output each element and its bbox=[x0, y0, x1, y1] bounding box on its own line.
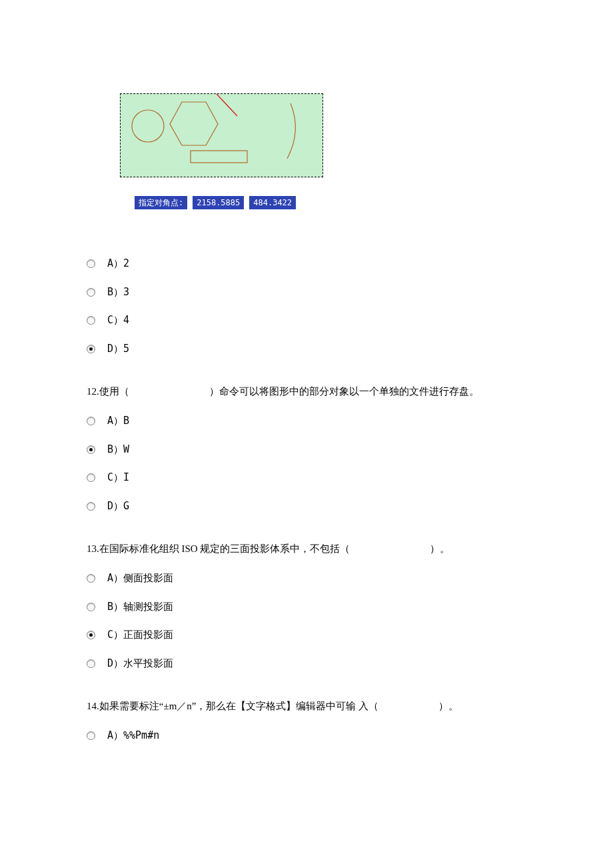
option-text: B）3 bbox=[107, 285, 129, 300]
question-12-text: 12.使用（）命令可以将图形中的部分对象以一个单独的文件进行存盘。 bbox=[87, 381, 526, 401]
option-row[interactable]: A）B bbox=[87, 407, 526, 435]
option-text: A）侧面投影面 bbox=[107, 571, 173, 586]
question-prefix: 14.如果需要标注“±m／n”，那么在【文字格式】编辑器中可输 入（ bbox=[87, 701, 378, 711]
radio-icon-selected[interactable] bbox=[87, 631, 95, 639]
radio-icon-selected[interactable] bbox=[87, 445, 95, 454]
question-suffix: ）。 bbox=[430, 543, 450, 554]
cad-shapes-svg bbox=[121, 94, 324, 178]
option-text: C）正面投影面 bbox=[107, 627, 173, 643]
question-11-options: A）2 B）3 C）4 D）5 bbox=[87, 249, 526, 363]
radio-icon[interactable] bbox=[87, 574, 95, 583]
radio-icon[interactable] bbox=[87, 316, 95, 325]
radio-icon[interactable] bbox=[87, 502, 95, 511]
option-text: D）水平投影面 bbox=[107, 656, 173, 671]
option-row[interactable]: D）水平投影面 bbox=[87, 649, 526, 678]
cmd-label: 指定对角点: bbox=[135, 196, 187, 209]
radio-icon[interactable] bbox=[87, 603, 95, 611]
cad-selection-box bbox=[120, 93, 323, 177]
cmd-coord-x: 2158.5885 bbox=[193, 196, 244, 209]
option-row[interactable]: C）正面投影面 bbox=[87, 621, 526, 649]
option-text: C）4 bbox=[107, 313, 129, 328]
arc-shape bbox=[287, 103, 295, 159]
option-row[interactable]: C）I bbox=[87, 463, 526, 492]
question-prefix: 12.使用（ bbox=[87, 386, 129, 397]
option-row[interactable]: A）2 bbox=[87, 249, 526, 278]
option-text: D）G bbox=[107, 499, 129, 514]
rectangle-shape bbox=[191, 151, 247, 163]
circle-shape bbox=[132, 110, 164, 142]
option-text: C）I bbox=[107, 470, 129, 485]
option-text: A）2 bbox=[107, 256, 129, 271]
radio-icon[interactable] bbox=[87, 259, 95, 268]
option-row[interactable]: A）侧面投影面 bbox=[87, 564, 526, 593]
question-prefix: 13.在国际标准化组织 ISO 规定的三面投影体系中，不包括（ bbox=[87, 543, 350, 554]
radio-icon[interactable] bbox=[87, 659, 95, 668]
option-row[interactable]: A）%%Pm#n bbox=[87, 721, 526, 750]
cmd-coord-y: 484.3422 bbox=[249, 196, 296, 209]
option-text: A）B bbox=[107, 413, 129, 429]
cad-figure: 指定对角点: 2158.5885 484.3422 bbox=[87, 93, 526, 209]
question-13-options: A）侧面投影面 B）轴测投影面 C）正面投影面 D）水平投影面 bbox=[87, 564, 526, 677]
option-text: D）5 bbox=[107, 341, 129, 357]
option-text: B）轴测投影面 bbox=[107, 599, 173, 615]
question-14-options: A）%%Pm#n bbox=[87, 721, 526, 750]
option-row[interactable]: C）4 bbox=[87, 306, 526, 335]
option-row[interactable]: D）G bbox=[87, 492, 526, 521]
option-text: B）W bbox=[107, 442, 129, 457]
radio-icon-selected[interactable] bbox=[87, 345, 95, 353]
question-suffix: ）。 bbox=[438, 701, 458, 711]
radio-icon[interactable] bbox=[87, 288, 95, 297]
option-row[interactable]: B）3 bbox=[87, 278, 526, 307]
option-row[interactable]: B）W bbox=[87, 435, 526, 464]
question-13-text: 13.在国际标准化组织 ISO 规定的三面投影体系中，不包括（）。 bbox=[87, 539, 526, 559]
radio-icon[interactable] bbox=[87, 731, 95, 740]
cad-command-bar: 指定对角点: 2158.5885 484.3422 bbox=[135, 196, 526, 209]
question-suffix: ）命令可以将图形中的部分对象以一个单独的文件进行存盘。 bbox=[209, 386, 479, 397]
radio-icon[interactable] bbox=[87, 473, 95, 482]
option-row[interactable]: B）轴测投影面 bbox=[87, 593, 526, 621]
question-12-options: A）B B）W C）I D）G bbox=[87, 407, 526, 520]
question-14-text: 14.如果需要标注“±m／n”，那么在【文字格式】编辑器中可输 入（）。 bbox=[87, 696, 526, 716]
option-text: A）%%Pm#n bbox=[107, 728, 159, 743]
hexagon-shape bbox=[170, 102, 218, 145]
radio-icon[interactable] bbox=[87, 417, 95, 425]
option-row[interactable]: D）5 bbox=[87, 335, 526, 363]
